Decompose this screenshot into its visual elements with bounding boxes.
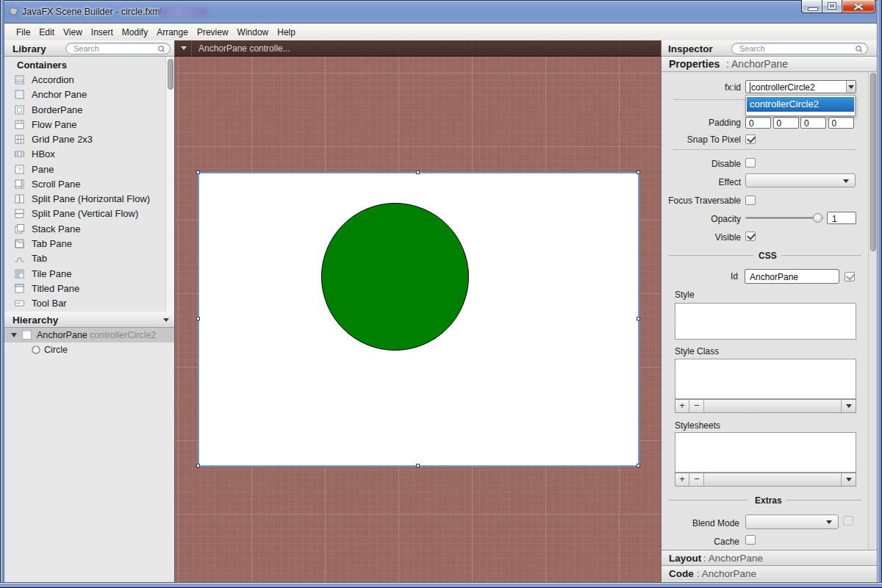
svg-text:?: ? <box>18 166 21 173</box>
